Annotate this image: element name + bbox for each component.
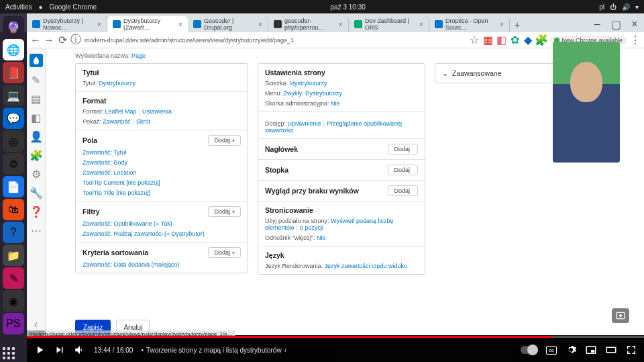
field-link[interactable]: Zawartość: Tytuł <box>83 149 241 156</box>
forward-icon[interactable]: → <box>44 36 54 45</box>
add-sort-button[interactable]: Dodaj <box>208 247 241 258</box>
chrome-menu-icon[interactable]: ⋮ <box>631 36 640 45</box>
breadcrumb-link[interactable]: Page <box>131 52 146 59</box>
menu-link[interactable]: Zwykły: Dystrybutorzy <box>284 90 343 97</box>
window-maximize[interactable]: ▢ <box>606 16 625 32</box>
add-field-button[interactable]: Dodaj <box>208 135 241 146</box>
pager-items-link[interactable]: 0 pozycji <box>300 224 323 231</box>
lang-link[interactable]: Język zawartości rzędu widoku <box>325 263 408 269</box>
close-icon[interactable]: × <box>96 21 103 28</box>
site-info-icon[interactable]: ⓘ <box>71 36 80 45</box>
access-perm-link[interactable]: Przeglądanie opublikowanej zawartości <box>265 120 402 134</box>
dock-app-9[interactable]: 🛍 <box>3 199 24 220</box>
autoplay-toggle[interactable] <box>521 346 538 354</box>
dock-app-8[interactable]: 📄 <box>3 176 24 197</box>
tab-1[interactable]: Dystrybutorzy (Zawart…× <box>107 16 188 32</box>
lang-indicator[interactable]: pl <box>599 3 604 11</box>
webcam-pip[interactable] <box>553 42 620 163</box>
dock-app-1[interactable]: 🔮 <box>3 16 24 38</box>
dock-app-5[interactable]: 💬 <box>3 107 24 129</box>
filter-link[interactable]: Zawartość: Rodzaj zawartości (= Dystrybu… <box>83 230 241 237</box>
extensions-icon[interactable]: 🧩 <box>537 36 546 45</box>
back-icon[interactable]: ← <box>31 36 40 45</box>
settings-icon[interactable] <box>565 344 577 356</box>
title-link[interactable]: Dystrybutorzy <box>99 80 136 87</box>
tab-2[interactable]: Geocoder | Drupal.org× <box>188 16 268 32</box>
filter-link[interactable]: Zawartość: Opublikowane (= Tak) <box>83 220 241 227</box>
sidebar-item-4[interactable]: 👤 <box>30 130 42 142</box>
close-icon[interactable]: × <box>418 21 425 28</box>
network-icon[interactable]: ⏻ <box>610 3 616 11</box>
tab-0[interactable]: Dystrybutorzy | Nowoc…× <box>27 16 107 32</box>
add-footer-button[interactable]: Dodaj <box>388 165 418 175</box>
field-link[interactable]: ToolTip Title [nie pokazuj] <box>83 189 241 196</box>
close-icon[interactable]: × <box>498 21 505 28</box>
add-filter-button[interactable]: Dodaj <box>208 206 241 217</box>
tab-3[interactable]: geocoder-php/openrou…× <box>268 16 349 32</box>
field-link[interactable]: Zawartość: Location <box>83 169 241 176</box>
volume-icon[interactable]: 🔊 <box>622 3 630 11</box>
dock-app-14[interactable]: PS <box>3 313 24 334</box>
tab-4[interactable]: Dev dashboard | ORS× <box>349 16 429 32</box>
more-link[interactable]: Nie <box>317 234 326 241</box>
sort-link[interactable]: Zawartość: Data dodania (malejąco) <box>83 261 241 268</box>
close-icon[interactable]: × <box>257 21 264 28</box>
volume-icon[interactable] <box>74 344 86 356</box>
sidebar-item-8[interactable]: ❓ <box>30 206 42 218</box>
close-icon[interactable]: × <box>337 21 344 28</box>
add-header-button[interactable]: Dodaj <box>388 144 418 154</box>
show-link[interactable]: Zawartość <box>103 118 131 125</box>
close-icon[interactable]: × <box>177 21 184 28</box>
drupal-logo-icon[interactable] <box>30 54 43 67</box>
ext-icon-1[interactable]: ▦ <box>483 36 492 45</box>
dock-chrome[interactable]: 🌐 <box>3 39 24 60</box>
field-link[interactable]: ToolTip Content [nie pokazuj] <box>83 179 241 186</box>
add-empty-button[interactable]: Dodaj <box>388 185 418 196</box>
star-icon[interactable]: ☆ <box>470 36 479 45</box>
sidebar-item-2[interactable]: ▤ <box>30 93 42 105</box>
window-minimize[interactable]: – <box>588 16 606 32</box>
sidebar-item-3[interactable]: ◧ <box>30 111 42 124</box>
sidebar-item-6[interactable]: ⚙ <box>30 168 42 180</box>
next-icon[interactable] <box>54 344 66 356</box>
dock-app-10[interactable]: ? <box>3 222 24 243</box>
access-link[interactable]: Uprawnienie <box>288 120 321 127</box>
theater-icon[interactable] <box>605 344 617 356</box>
url-text[interactable]: modern-drupal.ddev.site/admin/structure/… <box>85 37 466 44</box>
activities-grip-icon[interactable] <box>3 347 15 359</box>
dock-app-13[interactable]: ◉ <box>3 290 24 312</box>
format-settings-link[interactable]: Ustawienia <box>142 108 172 115</box>
dock-app-4[interactable]: 💻 <box>3 85 24 106</box>
activities-label[interactable]: Activities <box>5 3 32 11</box>
sidebar-item-5[interactable]: 🧩 <box>30 149 42 161</box>
reload-icon[interactable]: ⟳ <box>58 36 67 45</box>
miniplayer-icon[interactable] <box>585 344 597 356</box>
new-tab-button[interactable]: + <box>510 17 525 32</box>
format-link[interactable]: Leaflet Map <box>105 108 137 115</box>
power-icon[interactable]: ▾ <box>635 3 639 11</box>
skin-link[interactable]: Nie <box>331 100 340 107</box>
dock-app-3[interactable]: 📕 <box>3 62 24 83</box>
dock-app-6[interactable]: ◎ <box>3 130 24 152</box>
sidebar-item-1[interactable]: ✎ <box>30 74 42 86</box>
tab-5[interactable]: Droptica - Open Sourc…× <box>429 16 510 32</box>
chevron-right-icon[interactable]: › <box>284 347 286 354</box>
path-link[interactable]: /dystrybutorzy <box>290 80 327 87</box>
ext-icon-3[interactable]: ✿ <box>510 36 519 45</box>
dock-app-11[interactable]: 📁 <box>3 244 24 266</box>
dock-app-12[interactable]: ✎ <box>3 267 24 289</box>
sidebar-item-9[interactable]: ⋯ <box>30 224 42 236</box>
show-summary-link[interactable]: Skrót <box>136 118 150 125</box>
dock-app-7[interactable]: ⚙ <box>3 153 24 175</box>
sidebar-item-7[interactable]: 🔧 <box>30 187 42 199</box>
ext-icon-4[interactable]: ◆ <box>523 36 533 45</box>
sidebar-collapse-icon[interactable]: ‹ <box>30 318 42 330</box>
launcher-dock: 🔮 🌐 📕 💻 💬 ◎ ⚙ 📄 🛍 ? 📁 ✎ ◉ PS <box>0 13 27 362</box>
window-close[interactable]: × <box>625 16 644 32</box>
field-link[interactable]: Zawartość: Body <box>83 159 241 166</box>
cc-button[interactable]: cc <box>546 346 557 355</box>
ext-icon-2[interactable]: ◧ <box>496 36 506 45</box>
fullscreen-icon[interactable] <box>625 344 637 356</box>
yt-watch-later-icon[interactable] <box>612 308 629 323</box>
play-icon[interactable] <box>34 344 46 356</box>
